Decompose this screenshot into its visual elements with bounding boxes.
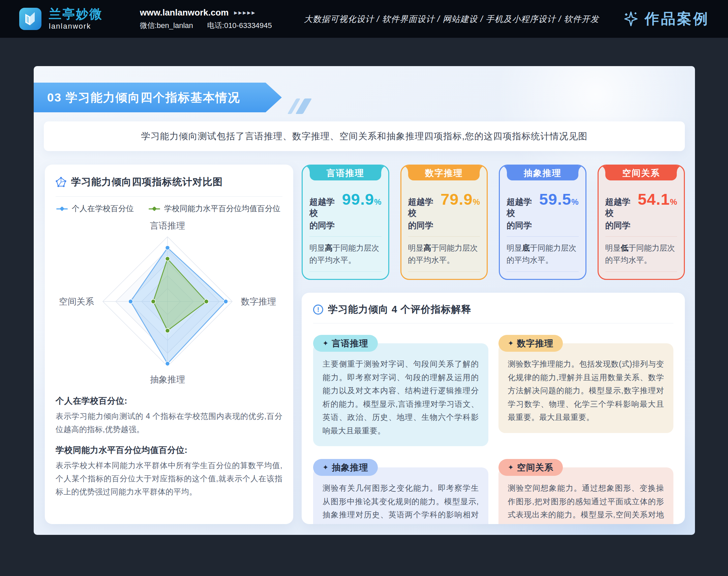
star-icon: ★	[314, 278, 327, 280]
divider	[309, 271, 382, 272]
explain-text: 测验有关几何图形之变化能力。即考察学生从图形中推论其变化规则的能力。模型显示,抽…	[313, 467, 488, 524]
logo-subtitle: lanlanwork	[49, 22, 103, 30]
divider	[605, 236, 677, 237]
intro-text: 学习能力倾向测试包括了言语推理、数字推理、空间关系和抽象推理四项指标,您的这四项…	[141, 130, 588, 142]
report-page: 03 学习能力倾向四个指标基本情况 学习能力倾向测试包括了言语推理、数字推理、空…	[34, 66, 695, 535]
stat-card-tab: 抽象推理	[507, 166, 578, 180]
legend-item-1[interactable]: 学校同能力水平百分位均值百分位	[149, 203, 280, 214]
explain-pill: ✦ 空间关系	[498, 459, 563, 476]
star-rating: ★★★★★	[507, 277, 579, 280]
stat-percent: 79.9	[441, 190, 473, 208]
divider	[507, 271, 579, 272]
logo-title: 兰亭妙微	[49, 7, 103, 21]
website-link[interactable]: www.lanlanwork.com	[140, 7, 229, 18]
star-icon: ★	[327, 278, 339, 280]
star-icon: ★	[462, 278, 475, 280]
star-icon: ★	[647, 278, 660, 280]
svg-text:抽象推理: 抽象推理	[150, 374, 185, 384]
diamond-star-icon: ✦	[323, 339, 329, 347]
diamond-star-icon: ✦	[323, 463, 329, 471]
explain-pill: ✦ 抽象推理	[313, 459, 378, 476]
explain-grid: ✦ 言语推理 主要侧重于测验对字词、句段间关系了解的能力。即考察对字词、句段的理…	[313, 335, 673, 524]
star-icon: ★	[561, 278, 574, 280]
wechat-contact: 微信:ben_lanlan	[140, 21, 193, 31]
star-icon: ★	[438, 278, 450, 280]
star-icon: ★	[635, 278, 647, 280]
stat-suffix: 的同学	[408, 220, 480, 231]
stat-suffix: 的同学	[507, 220, 579, 231]
stat-description: 明显高于同能力层次的平均水平。	[309, 242, 382, 266]
legend-item-0[interactable]: 个人在学校百分位	[56, 203, 134, 214]
stat-card-tab: 空间关系	[605, 166, 677, 180]
note-body: 表示学校大样本同能力水平群体中所有学生百分位的算数平均值,个人某个指标的百分位大…	[56, 459, 282, 498]
explain-label: 抽象推理	[332, 462, 368, 473]
arrows-decoration: ▶▶▶▶▶	[234, 10, 256, 15]
stat-card-title: 抽象推理	[524, 167, 562, 179]
explain-item-0: ✦ 言语推理 主要侧重于测验对字词、句段间关系了解的能力。即考察对字词、句段的理…	[313, 335, 488, 446]
radar-note-1: 学校同能力水平百分位均值百分位: 表示学校大样本同能力水平群体中所有学生百分位的…	[56, 444, 282, 498]
star-rating: ★★★★★	[309, 277, 382, 280]
stat-percent: 59.5	[539, 190, 571, 208]
explain-label: 空间关系	[517, 462, 553, 473]
stat-description: 明显低于同能力层次的平均水平。	[605, 242, 677, 266]
star-icon: ★	[660, 278, 672, 280]
stat-cards-row: 言语推理 超越学校 99.9% 的同学 明显高于同能力层次的平均水平。 ★★★★…	[302, 165, 685, 280]
section-title: 03 学习能力倾向四个指标基本情况	[47, 90, 240, 106]
stat-description: 明显高于同能力层次的平均水平。	[408, 242, 480, 266]
svg-text:数字推理: 数字推理	[241, 296, 276, 307]
divider	[408, 271, 480, 272]
stat-card-title: 数字推理	[425, 167, 463, 179]
divider	[313, 323, 673, 323]
explain-item-3: ✦ 空间关系 测验空间想象能力。通过想象图形、变换操作图形,把对图形的感知通过平…	[498, 459, 674, 524]
percent-sign: %	[571, 197, 578, 206]
stat-prefix: 超越学校	[507, 196, 536, 219]
divider	[605, 271, 677, 272]
explain-item-1: ✦ 数字推理 测验数字推理能力。包括发现数(式)排列与变化规律的能力,理解并且运…	[498, 335, 674, 446]
logo: 兰亭妙微 lanlanwork	[19, 7, 103, 31]
stat-prefix: 超越学校	[309, 196, 339, 219]
star-icon: ★	[549, 278, 561, 280]
radar-chart: 言语推理数字推理抽象推理空间关系	[56, 215, 282, 392]
explain-pill: ✦ 言语推理	[313, 335, 378, 352]
percent-sign: %	[374, 197, 381, 206]
divider	[56, 196, 282, 197]
portfolio-button[interactable]: 作品案例	[622, 9, 709, 29]
star-icon: ★	[524, 278, 537, 280]
stat-card-0: 言语推理 超越学校 99.9% 的同学 明显高于同能力层次的平均水平。 ★★★★…	[302, 165, 389, 280]
star-icon: ★	[413, 278, 425, 280]
note-heading: 个人在学校百分位:	[56, 395, 282, 406]
services-list: 大数据可视化设计 / 软件界面设计 / 网站建设 / 手机及小程序设计 / 软件…	[304, 13, 599, 25]
phone-contact: 电话:010-63334945	[207, 21, 272, 31]
star-icon: ★	[536, 278, 549, 280]
stat-card-2: 抽象推理 超越学校 59.5% 的同学 明显底于同能力层次的平均水平。 ★★★★…	[499, 165, 586, 280]
svg-text:言语推理: 言语推理	[150, 221, 185, 231]
diamond-star-icon: ✦	[508, 339, 514, 347]
radar-notes: 个人在学校百分位: 表示学习能力倾向测试的 4 个指标在学校范围内表现的优劣,百…	[56, 395, 282, 498]
star-icon: ★	[623, 278, 635, 280]
star-icon: ★	[364, 278, 376, 280]
stat-percent: 99.9	[342, 190, 374, 208]
explain-panel-title: 学习能力倾向 4 个评价指标解释	[328, 303, 471, 316]
stat-suffix: 的同学	[605, 220, 677, 231]
star-icon: ★	[450, 278, 463, 280]
stat-card-title: 言语推理	[327, 167, 364, 179]
info-icon: !	[313, 305, 323, 315]
explain-text: 测验数字推理能力。包括发现数(式)排列与变化规律的能力,理解并且运用数量关系、数…	[498, 343, 674, 433]
radar-legend: 个人在学校百分位 学校同能力水平百分位均值百分位	[56, 203, 282, 214]
star-icon: ★	[512, 278, 524, 280]
radar-note-0: 个人在学校百分位: 表示学习能力倾向测试的 4 个指标在学校范围内表现的优劣,百…	[56, 395, 282, 436]
stat-percent: 54.1	[638, 190, 670, 208]
star-icon: ★	[339, 278, 352, 280]
stat-suffix: 的同学	[309, 220, 382, 231]
percent-sign: %	[473, 197, 480, 206]
star-rating: ★★★★★	[408, 277, 480, 280]
logo-icon	[19, 7, 42, 31]
stat-description: 明显底于同能力层次的平均水平。	[507, 242, 579, 266]
explain-text: 测验空间想象能力。通过想象图形、变换操作图形,把对图形的感知通过平面或立体的形式…	[498, 467, 674, 524]
top-header: 兰亭妙微 lanlanwork www.lanlanwork.com ▶▶▶▶▶…	[0, 0, 728, 38]
percent-sign: %	[670, 197, 677, 206]
stat-card-tab: 数字推理	[408, 166, 480, 180]
portfolio-label: 作品案例	[645, 9, 709, 29]
note-body: 表示学习能力倾向测试的 4 个指标在学校范围内表现的优劣,百分位越高的指标,优势…	[56, 410, 282, 436]
explain-text: 主要侧重于测验对字词、句段间关系了解的能力。即考察对字词、句段的理解及运用的能力…	[313, 343, 488, 446]
